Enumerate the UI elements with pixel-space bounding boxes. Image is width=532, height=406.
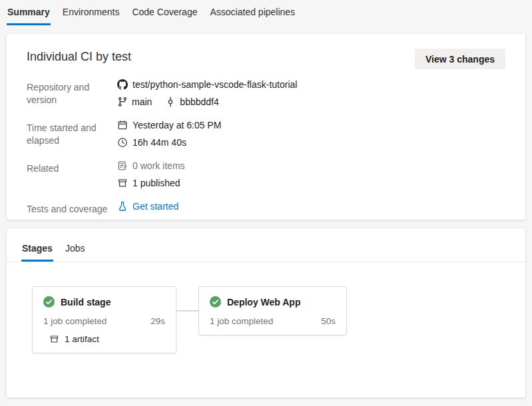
run-detail-tabs: Summary Environments Code Coverage Assoc… [0,0,532,25]
success-check-icon [43,296,55,307]
stages-jobs-tabs: Stages Jobs [7,228,525,262]
tab-associated-pipelines[interactable]: Associated pipelines [209,5,296,25]
stage-name: Deploy Web App [227,297,300,307]
stage-status-text: 1 job completed [43,316,107,326]
calendar-icon [117,120,128,130]
branch-pair[interactable]: main [117,97,152,107]
stage-node-build[interactable]: Build stage 1 job completed 29s 1 artifa… [32,286,176,353]
get-started-link[interactable]: Get started [133,201,178,212]
stage-duration: 50s [321,316,336,326]
run-summary-card: Individual CI by test View 3 changes Rep… [7,34,525,220]
repository-line: test/python-sample-vscode-flask-tutorial [117,76,505,93]
view-changes-button[interactable]: View 3 changes [415,49,505,69]
work-items-value: 0 work items [133,160,185,171]
get-started-line: Get started [117,198,505,215]
stage-build-status-row: 1 job completed 29s [43,316,165,326]
time-row-values: Yesterday at 6:05 PM 16h 44m 40s [117,116,505,151]
stage-deploy-status-row: 1 job completed 50s [210,316,336,326]
time-elapsed-line: 16h 44m 40s [117,134,505,151]
success-check-icon [210,296,221,307]
commit-hash: bbbbddf4 [180,97,218,107]
related-row: Related 0 work items 1 published [27,157,505,192]
related-row-label: Related [27,157,117,192]
stage-connector-line [176,310,198,311]
tab-environments[interactable]: Environments [62,5,121,25]
work-item-icon [117,160,128,171]
stage-artifact-text: 1 artifact [65,334,99,344]
artifact-box-icon [117,178,128,188]
github-icon [117,79,128,90]
branch-commit-line: main bbbbddf4 [117,93,505,110]
stage-deploy-header: Deploy Web App [210,296,336,307]
time-started-line: Yesterday at 6:05 PM [117,116,505,134]
summary-card-header: Individual CI by test View 3 changes [27,49,505,69]
tests-row-label: Tests and coverage [27,198,117,216]
tests-row: Tests and coverage Get started [27,198,505,216]
repository-row-label: Repository and version [27,76,117,110]
commit-pair[interactable]: bbbbddf4 [165,97,218,107]
time-started-value: Yesterday at 6:05 PM [133,120,221,130]
time-elapsed-value: 16h 44m 40s [133,137,186,148]
repository-name[interactable]: test/python-sample-vscode-flask-tutorial [133,79,297,90]
stage-graph: Build stage 1 job completed 29s 1 artifa… [7,262,525,353]
repository-row-values: test/python-sample-vscode-flask-tutorial… [117,76,505,110]
stage-name: Build stage [61,297,111,307]
stage-duration: 29s [150,316,165,326]
tab-summary[interactable]: Summary [7,5,51,25]
clock-icon [117,137,128,148]
published-value[interactable]: 1 published [133,178,180,188]
branch-name: main [132,97,152,107]
stage-build-header: Build stage [43,296,165,307]
git-branch-icon [117,97,128,107]
git-commit-icon [165,97,176,107]
tests-row-values: Get started [117,198,505,216]
repository-row: Repository and version test/python-sampl… [27,76,505,110]
published-line: 1 published [117,174,505,192]
related-row-values: 0 work items 1 published [117,157,505,192]
artifact-box-icon [49,334,59,344]
beaker-icon [117,201,128,212]
work-items-line: 0 work items [117,157,505,174]
tab-jobs[interactable]: Jobs [65,242,86,262]
stage-node-deploy[interactable]: Deploy Web App 1 job completed 50s [198,286,347,335]
stage-status-text: 1 job completed [210,316,273,326]
tab-stages[interactable]: Stages [21,242,53,262]
time-row: Time started and elapsed Yesterday at 6:… [27,116,505,151]
run-title: Individual CI by test [27,49,131,64]
stages-card: Stages Jobs Build stage 1 job completed … [7,228,525,397]
time-row-label: Time started and elapsed [27,116,117,151]
tab-code-coverage[interactable]: Code Coverage [131,5,198,25]
stage-artifact-row[interactable]: 1 artifact [43,334,165,344]
